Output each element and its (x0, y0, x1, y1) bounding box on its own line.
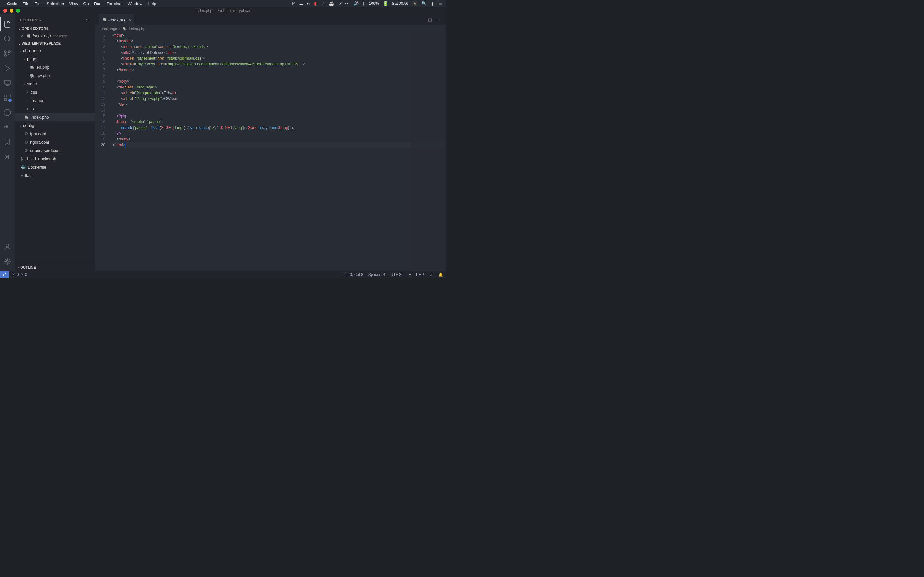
check-icon[interactable]: ✓ (321, 1, 325, 6)
section-workspace[interactable]: ⌄ WEB_MINISTRYPLACE (15, 40, 95, 47)
extensions-badge (8, 99, 11, 102)
coffee-icon[interactable]: ☕ (329, 1, 334, 6)
status-bell-icon[interactable]: 🔔 (436, 272, 446, 277)
file-build-docker[interactable]: $_ build_docker.sh (15, 155, 95, 163)
file-flag[interactable]: ≡ flag (15, 171, 95, 180)
menu-file[interactable]: File (23, 1, 29, 6)
window-close-button[interactable] (3, 9, 7, 13)
file-index-php[interactable]: 🐘 index.php (15, 113, 95, 121)
bluetooth-icon[interactable]: ᛒ (363, 1, 365, 6)
app-name[interactable]: Code (7, 1, 18, 6)
folder-pages[interactable]: ⌄ pages (15, 55, 95, 63)
code-editor[interactable]: 1234567891011121314151617181920 <html> <… (95, 32, 446, 271)
folder-static[interactable]: ⌄ static (15, 80, 95, 88)
warning-icon: ⚠ (20, 272, 24, 277)
activity-account[interactable] (0, 239, 15, 254)
window-minimize-button[interactable] (10, 9, 13, 13)
v-icon[interactable]: 𝒱 (338, 1, 341, 6)
menu-view[interactable]: View (69, 1, 78, 6)
file-dockerfile[interactable]: 🐳 Dockerfile (15, 163, 95, 171)
status-language[interactable]: PHP (414, 272, 427, 277)
minimap[interactable] (410, 32, 446, 271)
more-actions-icon[interactable]: ⋯ (437, 17, 441, 22)
battery-icon[interactable]: 🔋 (383, 1, 388, 6)
tab-index-php[interactable]: 🐘 index.php × (99, 14, 134, 25)
menu-selection[interactable]: Selection (47, 1, 64, 6)
breadcrumb[interactable]: challenge › 🐘 index.php (95, 25, 446, 32)
close-icon[interactable]: × (21, 32, 26, 39)
menu-help[interactable]: Help (148, 1, 156, 6)
activity-settings[interactable] (0, 254, 15, 269)
tray-icon-badge[interactable]: ◉ (313, 1, 317, 6)
sidebar-more-icon[interactable]: ⋯ (86, 18, 90, 22)
tab-close-icon[interactable]: × (128, 17, 131, 22)
window-maximize-button[interactable] (16, 9, 20, 13)
status-encoding[interactable]: UTF-8 (388, 272, 404, 277)
status-problems[interactable]: ⓧ 0 ⚠ 0 (9, 272, 29, 277)
cloud-icon[interactable]: ☁ (299, 1, 303, 6)
menu-terminal[interactable]: Terminal (107, 1, 123, 6)
wifi-icon[interactable]: ᯤ (345, 1, 349, 6)
line-numbers: 1234567891011121314151617181920 (95, 32, 111, 271)
chevron-down-icon: ⌄ (19, 122, 23, 129)
chevron-right-icon: › (27, 97, 31, 104)
remote-icon: ⮂ (3, 272, 6, 277)
svg-point-4 (8, 51, 10, 53)
volume-icon[interactable]: 🔊 (353, 1, 359, 6)
section-open-editors[interactable]: ⌄ OPEN EDITORS (15, 25, 95, 32)
activity-remote[interactable] (0, 76, 15, 90)
gear-icon: ⚙ (24, 131, 28, 137)
file-nginx-conf[interactable]: ⚙ nginx.conf (15, 138, 95, 147)
activity-ya[interactable]: Я (0, 149, 15, 164)
control-center-icon[interactable]: ☰ (438, 1, 443, 6)
status-indentation[interactable]: Spaces: 4 (366, 272, 388, 277)
activity-bookmark[interactable] (0, 135, 15, 149)
menu-run[interactable]: Run (94, 1, 102, 6)
activity-item-6[interactable] (0, 105, 15, 120)
activity-search[interactable] (0, 31, 15, 46)
error-icon: ⓧ (11, 272, 15, 277)
svg-rect-10 (5, 98, 7, 101)
chevron-down-icon: ⌄ (18, 42, 21, 45)
code-content[interactable]: <html> <header> <meta name='author' cont… (111, 32, 446, 271)
svg-marker-5 (5, 65, 10, 71)
file-supervisord-conf[interactable]: ⚙ supervisord.conf (15, 147, 95, 155)
open-editor-item[interactable]: × 🐘 index.php challenge (15, 32, 95, 40)
file-en-php[interactable]: 🐘 en.php (15, 63, 95, 71)
file-fpm-conf[interactable]: ⚙ fpm.conf (15, 130, 95, 138)
activity-explorer[interactable] (0, 17, 15, 31)
menu-edit[interactable]: Edit (34, 1, 41, 6)
folder-challenge[interactable]: ⌄ challenge (15, 47, 95, 55)
search-icon (3, 35, 11, 43)
tray-icon-1[interactable]: ⎘ (292, 1, 295, 6)
remote-indicator[interactable]: ⮂ (0, 271, 9, 278)
svg-rect-14 (6, 125, 8, 126)
tray-icon-2[interactable]: ⎘ (307, 1, 310, 6)
section-outline[interactable]: › OUTLINE (15, 263, 95, 271)
circle-a-icon (3, 109, 11, 116)
folder-js[interactable]: › js (15, 105, 95, 113)
datetime[interactable]: Sat 00:56 (392, 1, 409, 6)
folder-config[interactable]: ⌄ config (15, 121, 95, 130)
folder-images[interactable]: › images (15, 97, 95, 105)
battery-percent[interactable]: 100% (369, 1, 379, 6)
activity-extensions[interactable] (0, 90, 15, 105)
lang-indicator[interactable]: A (412, 1, 417, 6)
spotlight-icon[interactable]: 🔍 (421, 1, 427, 6)
activity-debug[interactable] (0, 61, 15, 76)
file-qw-php[interactable]: 🐘 qw.php (15, 71, 95, 80)
menu-go[interactable]: Go (83, 1, 89, 6)
status-cursor-position[interactable]: Ln 20, Col 8 (340, 272, 366, 277)
php-icon: 🐘 (102, 18, 107, 22)
editor-tabs: 🐘 index.php × ◫ ⋯ (95, 14, 446, 25)
menu-window[interactable]: Window (128, 1, 142, 6)
chevron-down-icon: ⌄ (18, 27, 21, 31)
svg-line-1 (9, 40, 10, 42)
folder-css[interactable]: › css (15, 88, 95, 97)
siri-icon[interactable]: ◉ (431, 1, 435, 6)
activity-source-control[interactable] (0, 46, 15, 61)
status-eol[interactable]: LF (404, 272, 414, 277)
status-feedback-icon[interactable]: ☺ (427, 272, 436, 277)
split-editor-icon[interactable]: ◫ (428, 17, 432, 22)
activity-docker[interactable] (0, 120, 15, 135)
